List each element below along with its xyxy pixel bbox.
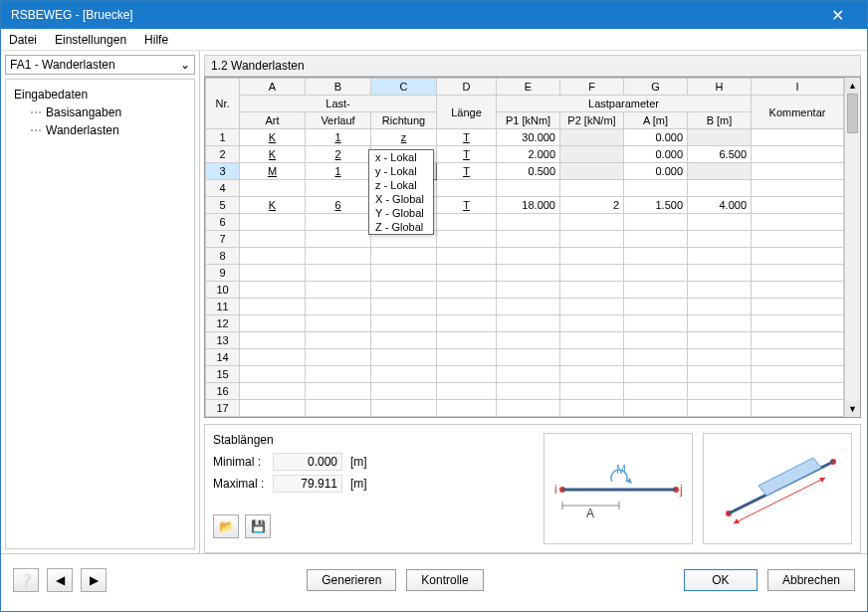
cell-laenge[interactable] <box>437 349 497 366</box>
cell-laenge[interactable]: T <box>437 197 497 214</box>
cell-p1[interactable]: 2.000 <box>497 146 560 163</box>
cell-laenge[interactable] <box>437 383 497 400</box>
table-row[interactable]: 9 <box>206 265 844 282</box>
cell-p1[interactable] <box>497 282 560 299</box>
cell-p2[interactable] <box>560 180 624 197</box>
cell-art[interactable]: K <box>240 146 306 163</box>
cell-kommentar[interactable] <box>752 129 844 146</box>
menu-settings[interactable]: Einstellungen <box>55 33 126 47</box>
cell-b[interactable] <box>688 214 752 231</box>
cell-p1[interactable]: 18.000 <box>497 197 560 214</box>
col-p1[interactable]: P1 [kNm] <box>497 112 560 129</box>
cell-verlauf[interactable] <box>306 248 371 265</box>
table-row[interactable]: 8 <box>206 248 844 265</box>
richtung-dropdown[interactable]: x - Lokal y - Lokal z - Lokal X - Global… <box>368 149 434 235</box>
cell-a[interactable] <box>624 417 688 418</box>
cell-laenge[interactable] <box>437 248 497 265</box>
cell-kommentar[interactable] <box>752 299 844 315</box>
cell-a[interactable] <box>624 400 688 417</box>
cell-p1[interactable] <box>497 248 560 265</box>
cell-a[interactable]: 0.000 <box>624 163 688 180</box>
cell-n[interactable]: 7 <box>206 231 240 248</box>
cell-a[interactable] <box>624 349 688 366</box>
col-B[interactable]: B <box>306 79 371 96</box>
cell-verlauf[interactable]: 1 <box>306 163 371 180</box>
cell-p1[interactable] <box>497 265 560 282</box>
cell-art[interactable] <box>240 400 306 417</box>
cell-a[interactable] <box>624 383 688 400</box>
table-row[interactable]: 13 <box>206 332 844 349</box>
open-icon[interactable]: 📂 <box>213 514 239 538</box>
cell-kommentar[interactable] <box>752 197 844 214</box>
cell-a[interactable]: 0.000 <box>624 129 688 146</box>
dd-opt[interactable]: z - Lokal <box>369 178 433 192</box>
cell-p1[interactable] <box>497 231 560 248</box>
cell-p1[interactable] <box>497 180 560 197</box>
cell-verlauf[interactable]: 1 <box>306 129 371 146</box>
table-row[interactable]: 5K6T18.00021.5004.000 <box>206 197 844 214</box>
table-row[interactable]: 6 <box>206 214 844 231</box>
cell-a[interactable]: 0.000 <box>624 146 688 163</box>
cell-b[interactable] <box>688 383 752 400</box>
cell-b[interactable] <box>688 400 752 417</box>
cell-n[interactable]: 5 <box>206 197 240 214</box>
cell-laenge[interactable] <box>437 417 497 418</box>
col-G[interactable]: G <box>624 79 688 96</box>
cell-verlauf[interactable] <box>306 214 371 231</box>
col-kommentar[interactable]: Kommentar <box>752 96 844 129</box>
cell-richtung[interactable] <box>371 349 437 366</box>
next-icon[interactable]: ▶ <box>81 568 107 592</box>
cell-verlauf[interactable] <box>306 400 371 417</box>
ok-button[interactable]: OK <box>684 569 758 591</box>
cell-laenge[interactable] <box>437 366 497 383</box>
cell-verlauf[interactable] <box>306 265 371 282</box>
col-verlauf[interactable]: Verlauf <box>306 112 371 129</box>
cell-p2[interactable] <box>560 265 624 282</box>
cell-n[interactable]: 3 <box>206 163 240 180</box>
cell-b[interactable] <box>688 315 752 332</box>
cell-a[interactable] <box>624 332 688 349</box>
cell-n[interactable]: 2 <box>206 146 240 163</box>
cell-b[interactable] <box>688 332 752 349</box>
cell-verlauf[interactable] <box>306 299 371 315</box>
cell-n[interactable]: 10 <box>206 282 240 299</box>
cell-p1[interactable] <box>497 332 560 349</box>
cell-b[interactable] <box>688 180 752 197</box>
cell-kommentar[interactable] <box>752 214 844 231</box>
cell-p1[interactable]: 0.500 <box>497 163 560 180</box>
cell-richtung[interactable] <box>371 417 437 418</box>
cell-verlauf[interactable] <box>306 315 371 332</box>
col-laenge[interactable]: Länge <box>437 96 497 129</box>
cell-richtung[interactable] <box>371 383 437 400</box>
cell-richtung[interactable] <box>371 299 437 315</box>
col-a[interactable]: A [m] <box>624 112 688 129</box>
cell-n[interactable]: 1 <box>206 129 240 146</box>
cell-p1[interactable] <box>497 383 560 400</box>
cell-verlauf[interactable] <box>306 231 371 248</box>
tree-child-basis[interactable]: Basisangaben <box>14 103 186 121</box>
cell-verlauf[interactable] <box>306 383 371 400</box>
cell-p2[interactable]: 2 <box>560 197 624 214</box>
col-nr[interactable]: Nr. <box>206 79 240 129</box>
cell-kommentar[interactable] <box>752 248 844 265</box>
dd-opt[interactable]: x - Lokal <box>369 150 433 164</box>
table-row[interactable]: 1K1zT30.0000.000 <box>206 129 844 146</box>
table-row[interactable]: 4 <box>206 180 844 197</box>
cell-b[interactable] <box>688 282 752 299</box>
dd-opt[interactable]: Z - Global <box>369 220 433 234</box>
table-row[interactable]: 11 <box>206 299 844 315</box>
cell-art[interactable] <box>240 383 306 400</box>
cell-laenge[interactable] <box>437 231 497 248</box>
cell-p1[interactable] <box>497 299 560 315</box>
cell-n[interactable]: 18 <box>206 417 240 418</box>
cell-p2[interactable] <box>560 282 624 299</box>
cell-kommentar[interactable] <box>752 265 844 282</box>
table-row[interactable]: 12 <box>206 315 844 332</box>
col-richtung[interactable]: Richtung <box>371 112 437 129</box>
cell-kommentar[interactable] <box>752 282 844 299</box>
cell-n[interactable]: 11 <box>206 299 240 315</box>
cell-laenge[interactable] <box>437 282 497 299</box>
cell-verlauf[interactable] <box>306 332 371 349</box>
dd-opt[interactable]: Y - Global <box>369 206 433 220</box>
cell-kommentar[interactable] <box>752 417 844 418</box>
